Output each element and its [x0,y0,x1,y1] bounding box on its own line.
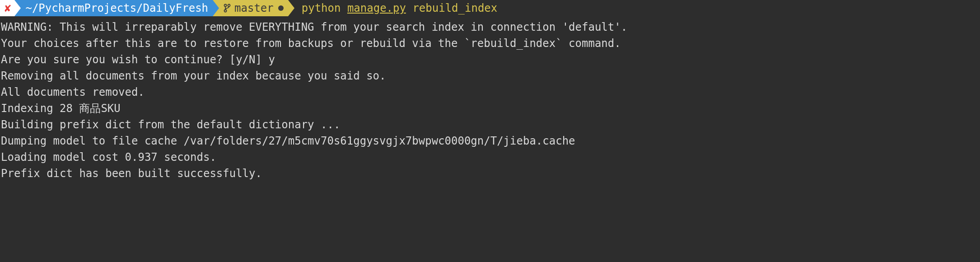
git-dirty-dot-icon [278,5,284,11]
command-file: manage.py [347,2,406,14]
segment-arrow [14,0,21,16]
svg-point-2 [224,10,227,12]
command-entered[interactable]: python manage.py rebuild_index [302,0,498,16]
prompt-branch-segment: master [213,0,288,16]
svg-point-0 [224,5,227,7]
svg-point-1 [228,5,230,7]
terminal-output-line: Dumping model to file cache /var/folders… [0,133,980,149]
terminal-output-line: Your choices after this are to restore f… [0,35,980,51]
terminal-output-line: Removing all documents from your index b… [0,68,980,84]
terminal-output-line: Indexing 28 商品SKU [0,100,980,117]
terminal-output-line: Are you sure you wish to continue? [y/N]… [0,51,980,68]
command-bin: python [302,2,341,14]
terminal-output-line: WARNING: This will irreparably remove EV… [0,19,980,35]
prompt-path: ~/PycharmProjects/DailyFresh [25,0,208,16]
segment-arrow [288,0,294,16]
terminal-output-line: All documents removed. [0,84,980,100]
prompt-branch-name: master [234,0,274,16]
terminal-output-line: Building prefix dict from the default di… [0,117,980,133]
close-icon: ✘ [5,0,11,16]
command-arg: rebuild_index [412,2,497,14]
prompt-path-segment: ~/PycharmProjects/DailyFresh [14,0,213,16]
terminal-output-line: Prefix dict has been built successfully. [0,165,980,182]
terminal-output-line: Loading model cost 0.937 seconds. [0,149,980,165]
prompt-status-segment: ✘ [0,0,14,16]
terminal-prompt: ✘ ~/PycharmProjects/DailyFresh master py… [0,0,980,16]
segment-arrow [213,0,219,16]
git-branch-icon [224,4,231,13]
